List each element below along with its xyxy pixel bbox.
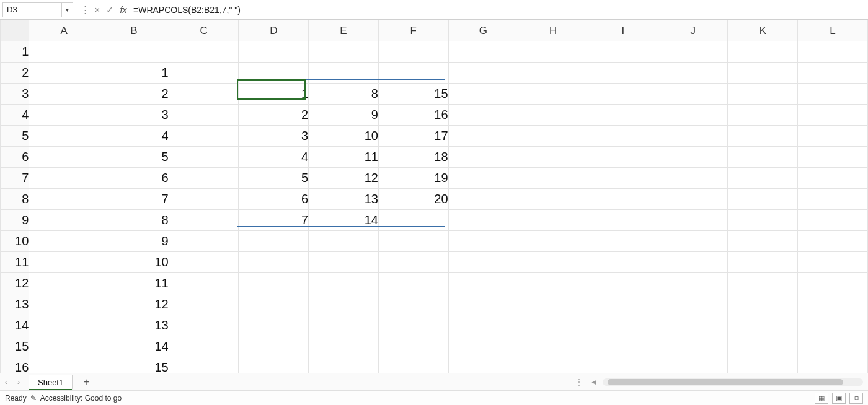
cell[interactable] <box>798 105 868 126</box>
cell[interactable] <box>239 357 309 373</box>
cell[interactable] <box>29 294 99 315</box>
column-header[interactable]: E <box>309 20 379 41</box>
column-header[interactable]: C <box>169 20 239 41</box>
cell[interactable] <box>658 231 728 252</box>
cell[interactable] <box>309 41 379 63</box>
row-header[interactable]: 1 <box>1 41 29 63</box>
formula-input[interactable] <box>131 2 866 17</box>
fx-icon[interactable]: fx <box>116 5 131 15</box>
cell[interactable] <box>169 336 239 357</box>
cell[interactable] <box>448 126 518 147</box>
cell[interactable] <box>798 63 868 84</box>
cell[interactable] <box>798 357 868 373</box>
cell[interactable]: 5 <box>99 147 169 168</box>
cell[interactable] <box>518 105 588 126</box>
cell[interactable] <box>518 294 588 315</box>
cell[interactable] <box>588 41 658 63</box>
cell[interactable] <box>448 105 518 126</box>
cell[interactable] <box>588 105 658 126</box>
cell[interactable] <box>29 41 99 63</box>
cell[interactable]: 4 <box>99 126 169 147</box>
cell[interactable] <box>588 63 658 84</box>
cell[interactable]: 15 <box>99 357 169 373</box>
cell[interactable]: 10 <box>309 126 379 147</box>
cell[interactable]: 14 <box>309 210 379 231</box>
cell[interactable] <box>169 357 239 373</box>
cell[interactable] <box>658 357 728 373</box>
view-page-layout-button[interactable]: ▣ <box>832 393 846 404</box>
cell[interactable] <box>29 273 99 294</box>
cell[interactable] <box>728 357 798 373</box>
cell[interactable] <box>29 63 99 84</box>
cell[interactable] <box>29 126 99 147</box>
cell[interactable]: 12 <box>99 294 169 315</box>
cell[interactable] <box>169 168 239 189</box>
cell[interactable] <box>798 315 868 336</box>
cell[interactable] <box>29 105 99 126</box>
cell[interactable] <box>798 252 868 273</box>
cell[interactable]: 6 <box>99 168 169 189</box>
cell[interactable] <box>588 168 658 189</box>
row-header[interactable]: 3 <box>1 84 29 105</box>
cell[interactable] <box>448 252 518 273</box>
cell[interactable]: 12 <box>309 168 379 189</box>
row-header[interactable]: 7 <box>1 168 29 189</box>
cell[interactable] <box>239 336 309 357</box>
name-box-dropdown[interactable]: ▾ <box>62 2 73 17</box>
cell[interactable] <box>658 41 728 63</box>
cell[interactable] <box>169 147 239 168</box>
cell[interactable] <box>448 63 518 84</box>
cell[interactable] <box>658 168 728 189</box>
cell[interactable] <box>29 210 99 231</box>
cell[interactable] <box>658 189 728 210</box>
cell[interactable] <box>378 252 448 273</box>
cell[interactable] <box>728 315 798 336</box>
column-header[interactable]: J <box>658 20 728 41</box>
column-header[interactable]: F <box>378 20 448 41</box>
cell[interactable]: 10 <box>99 252 169 273</box>
cell[interactable]: 17 <box>378 126 448 147</box>
cell[interactable] <box>169 231 239 252</box>
cell[interactable] <box>588 126 658 147</box>
row-header[interactable]: 13 <box>1 294 29 315</box>
cell[interactable] <box>309 315 379 336</box>
cell[interactable] <box>658 105 728 126</box>
cell[interactable] <box>518 336 588 357</box>
view-page-break-button[interactable]: ⧉ <box>849 393 863 404</box>
cell[interactable] <box>588 147 658 168</box>
cell[interactable] <box>169 126 239 147</box>
cell[interactable] <box>169 63 239 84</box>
row-header[interactable]: 16 <box>1 357 29 373</box>
cell[interactable] <box>658 294 728 315</box>
cell[interactable] <box>518 189 588 210</box>
row-header[interactable]: 15 <box>1 336 29 357</box>
cell[interactable] <box>169 252 239 273</box>
horizontal-scrollbar-thumb[interactable] <box>608 379 843 385</box>
cell[interactable] <box>309 357 379 373</box>
row-header[interactable]: 11 <box>1 252 29 273</box>
row-header[interactable]: 4 <box>1 105 29 126</box>
cell[interactable] <box>728 168 798 189</box>
column-header[interactable]: H <box>518 20 588 41</box>
cell[interactable] <box>518 63 588 84</box>
cell[interactable] <box>309 63 379 84</box>
cell[interactable] <box>239 41 309 63</box>
cell[interactable] <box>728 210 798 231</box>
cell[interactable] <box>378 315 448 336</box>
row-header[interactable]: 5 <box>1 126 29 147</box>
cell[interactable] <box>728 63 798 84</box>
cell[interactable] <box>169 273 239 294</box>
cell[interactable]: 5 <box>239 168 309 189</box>
cell[interactable] <box>518 315 588 336</box>
cell[interactable] <box>29 315 99 336</box>
column-header[interactable]: B <box>99 20 169 41</box>
cell[interactable]: 19 <box>378 168 448 189</box>
cell[interactable] <box>309 231 379 252</box>
cell[interactable] <box>448 336 518 357</box>
cell[interactable] <box>518 168 588 189</box>
sheet-tab[interactable]: Sheet1 <box>29 375 73 390</box>
worksheet-grid[interactable]: ABCDEFGHIJKL1213218154329165431017654111… <box>0 20 868 373</box>
cell[interactable]: 2 <box>99 84 169 105</box>
cell[interactable]: 1 <box>99 63 169 84</box>
cell[interactable] <box>728 147 798 168</box>
